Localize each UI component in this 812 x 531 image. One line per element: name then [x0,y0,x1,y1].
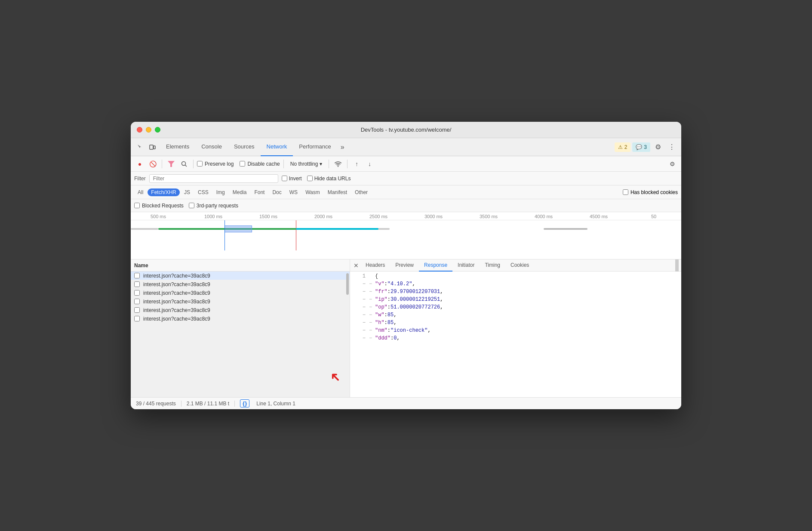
type-btn-fetch-xhr[interactable]: Fetch/XHR [148,188,180,196]
search-icon[interactable] [178,158,190,170]
clear-button[interactable]: 🚫 [147,158,158,170]
request-row[interactable]: interest.json?cache=39ac8c9 [131,280,350,289]
filter-label: Filter [134,176,146,182]
tab-performance[interactable]: Performance [293,138,337,156]
type-btn-all[interactable]: All [134,188,147,196]
upload-icon[interactable]: ↑ [351,158,362,170]
filter-icon[interactable] [166,158,177,170]
toolbar-checkboxes: Preserve log Disable cache [197,161,280,167]
tick-50: 50 [626,214,681,219]
request-row[interactable]: interest.json?cache=39ac8c9 [131,315,350,323]
close-button[interactable] [137,127,142,133]
type-btn-font[interactable]: Font [251,188,268,196]
tab-timing[interactable]: Timing [480,259,505,272]
more-tabs-button[interactable]: » [337,143,348,151]
download-icon[interactable]: ↓ [364,158,375,170]
tab-console[interactable]: Console [195,138,228,156]
type-btn-img[interactable]: Img [213,188,228,196]
svg-line-4 [185,165,187,167]
request-checkbox-4[interactable] [134,299,140,304]
status-divider-2 [234,401,235,407]
json-line-w: − − "w" : 85 , [350,312,681,320]
request-row[interactable]: interest.json?cache=39ac8c9 [131,297,350,306]
request-checkbox-1[interactable] [134,273,140,278]
svg-point-5 [338,166,338,167]
inspect-icon[interactable] [134,141,146,153]
invert-checkbox[interactable] [282,176,287,181]
request-checkbox-5[interactable] [134,307,140,313]
response-content[interactable]: 1 { − − "v" : "4.10.2" , − − "fr" [350,272,681,397]
third-party-label[interactable]: 3rd-party requests [189,203,238,209]
preserve-log-checkbox[interactable] [197,161,203,167]
tab-response[interactable]: Response [419,259,452,272]
request-checkbox-2[interactable] [134,281,140,287]
maximize-button[interactable] [155,127,160,133]
gear-settings-icon[interactable]: ⚙ [667,158,678,170]
request-name-2: interest.json?cache=39ac8c9 [143,281,346,287]
response-panel: ✕ Headers Preview Response Initiator Tim… [350,259,681,397]
wifi-icon[interactable] [332,158,344,170]
request-row[interactable]: interest.json?cache=39ac8c9 [131,272,350,280]
record-button[interactable]: ● [134,158,145,170]
waterfall-gray-left [131,228,158,230]
toolbar-separator-5 [347,160,348,168]
device-toggle-icon[interactable] [146,141,158,153]
chat-count: 3 [644,144,647,150]
json-line-1: 1 { [350,273,681,281]
format-button[interactable]: {} [240,399,249,408]
filter-input[interactable] [149,174,278,183]
scrollbar-thumb[interactable] [346,273,349,295]
disable-cache-checkbox[interactable] [240,161,245,167]
tab-sources[interactable]: Sources [228,138,261,156]
request-row[interactable]: interest.json?cache=39ac8c9 [131,306,350,315]
filter-checkboxes: Invert Hide data URLs [282,176,351,182]
timeline-selection [225,225,252,232]
blocked-requests-checkbox[interactable] [134,203,140,208]
hide-data-urls-checkbox[interactable] [307,176,313,181]
more-options-icon[interactable]: ⋮ [666,141,678,153]
tab-network[interactable]: Network [261,138,293,156]
request-name-6: interest.json?cache=39ac8c9 [143,316,346,322]
chat-badge[interactable]: 💬 3 [632,142,650,152]
request-checkbox-3[interactable] [134,290,140,296]
type-btn-media[interactable]: Media [229,188,250,196]
type-filter-bar: All Fetch/XHR JS CSS Img Media Font Doc … [131,185,681,199]
third-party-checkbox[interactable] [189,203,194,208]
svg-rect-0 [150,145,153,149]
transfer-size: 2.1 MB / 11.1 MB t [187,401,229,407]
requests-list[interactable]: interest.json?cache=39ac8c9 interest.jso… [131,272,350,397]
network-toolbar: ● 🚫 Preserve log Disable cache No thrott… [131,156,681,172]
has-blocked-cookies-checkbox[interactable] [623,189,628,195]
type-btn-wasm[interactable]: Wasm [302,188,323,196]
tick-1000: 1000 ms [186,214,241,219]
throttle-dropdown[interactable]: No throttling ▾ [287,160,326,168]
hide-data-urls-label[interactable]: Hide data URLs [307,176,351,182]
waterfall-cyan [296,228,378,230]
request-row[interactable]: interest.json?cache=39ac8c9 [131,289,350,297]
filter-input-wrapper [149,174,278,183]
type-btn-ws[interactable]: WS [286,188,301,196]
tab-headers[interactable]: Headers [360,259,390,272]
close-panel-button[interactable]: ✕ [352,261,360,270]
type-btn-manifest[interactable]: Manifest [324,188,351,196]
request-checkbox-6[interactable] [134,316,140,321]
tab-cookies[interactable]: Cookies [505,259,534,272]
settings-icon[interactable]: ⚙ [652,141,664,153]
has-blocked-cookies-label[interactable]: Has blocked cookies [623,189,678,195]
tab-elements[interactable]: Elements [160,138,195,156]
blocked-requests-label[interactable]: Blocked Requests [134,203,184,209]
preserve-log-label[interactable]: Preserve log [197,161,234,167]
request-name-4: interest.json?cache=39ac8c9 [143,299,346,305]
type-btn-doc[interactable]: Doc [269,188,285,196]
disable-cache-label[interactable]: Disable cache [240,161,280,167]
tab-initiator[interactable]: Initiator [452,259,480,272]
tab-preview[interactable]: Preview [390,259,419,272]
type-btn-css[interactable]: CSS [194,188,212,196]
warning-badge[interactable]: ⚠ 2 [615,142,631,152]
invert-label[interactable]: Invert [282,176,302,182]
minimize-button[interactable] [146,127,151,133]
tick-2500: 2500 ms [351,214,406,219]
warning-icon: ⚠ [618,144,623,150]
type-btn-other[interactable]: Other [351,188,371,196]
type-btn-js[interactable]: JS [181,188,194,196]
